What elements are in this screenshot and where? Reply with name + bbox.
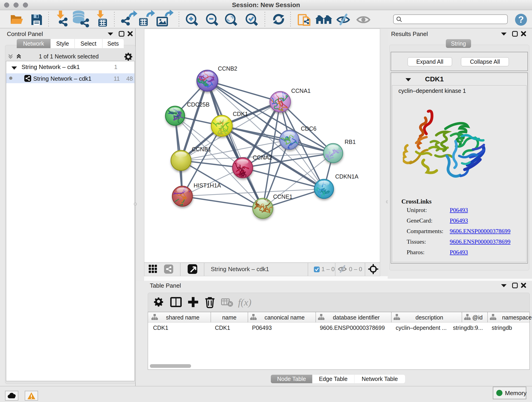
svg-text:CDKN1A: CDKN1A: [335, 173, 359, 180]
svg-text:CDK1: CDK1: [233, 111, 248, 117]
svg-text:0 – 0: 0 – 0: [349, 266, 362, 273]
svg-text:CCNB2: CCNB2: [218, 65, 237, 72]
svg-text:CCNA1: CCNA1: [291, 88, 311, 94]
svg-text:CCNA2: CCNA2: [253, 154, 272, 161]
svg-text:CDC25B: CDC25B: [187, 101, 210, 108]
svg-text:1 – 0: 1 – 0: [322, 266, 335, 273]
svg-text:CDC6: CDC6: [301, 125, 317, 132]
svg-text:CCNE1: CCNE1: [273, 193, 293, 200]
svg-text:f(x): f(x): [238, 297, 251, 308]
svg-text:CCNB1: CCNB1: [192, 146, 211, 153]
svg-text:HIST1H1A: HIST1H1A: [194, 182, 221, 189]
svg-text:String Network – cdk1: String Network – cdk1: [211, 266, 269, 273]
svg-text:RB1: RB1: [345, 139, 356, 145]
